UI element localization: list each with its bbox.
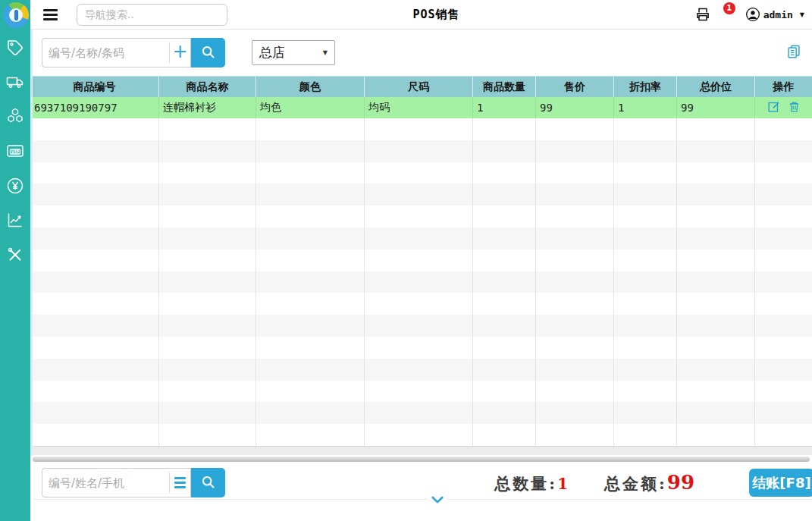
sidebar-item-delivery[interactable] xyxy=(6,73,24,91)
column-header[interactable]: 折扣率 xyxy=(614,77,677,97)
sidebar: VIP xyxy=(0,0,30,521)
column-header[interactable]: 总价位 xyxy=(677,77,755,97)
edit-icon[interactable] xyxy=(767,100,780,115)
sidebar-item-finance[interactable] xyxy=(6,177,24,195)
nav-search-input[interactable] xyxy=(77,4,227,26)
notification-badge: 1 xyxy=(723,2,735,14)
print-icon[interactable] xyxy=(695,7,710,22)
total-qty-label: 总数量: xyxy=(494,473,557,494)
totals-summary: 总数量: 1 总金额: 99 xyxy=(494,471,694,494)
column-header[interactable]: 商品编号 xyxy=(30,77,159,97)
line-chart-icon xyxy=(6,211,24,229)
empty-table-row xyxy=(30,293,812,315)
yen-coin-icon xyxy=(6,177,24,195)
username-label[interactable]: admin xyxy=(763,9,793,20)
checkout-footer: 总数量: 1 总金额: 99 结账[F8] xyxy=(30,462,812,520)
empty-table-row xyxy=(30,250,812,271)
empty-table-body xyxy=(30,118,812,446)
empty-table-row xyxy=(30,424,812,446)
cell-size: 均码 xyxy=(365,97,473,118)
copy-documents-icon[interactable] xyxy=(785,43,802,63)
empty-table-row xyxy=(30,381,812,403)
app-logo[interactable] xyxy=(3,2,29,28)
delete-icon[interactable] xyxy=(788,100,801,115)
truck-icon xyxy=(6,73,24,91)
product-toolbar: + 总店 ▼ xyxy=(30,30,812,76)
panel-divider-handle[interactable] xyxy=(33,457,810,462)
collapse-chevron-icon[interactable] xyxy=(428,493,447,507)
total-amount-label: 总金额: xyxy=(604,473,667,494)
empty-table-row xyxy=(30,271,812,293)
price-tag-icon xyxy=(6,39,24,57)
column-header[interactable]: 商品数量 xyxy=(473,77,536,97)
cell-color: 均色 xyxy=(256,97,365,118)
empty-table-row xyxy=(30,140,812,162)
member-search-box xyxy=(42,468,191,497)
store-select[interactable]: 总店 ▼ xyxy=(252,40,335,65)
column-header[interactable]: 售价 xyxy=(536,77,614,97)
cell-product-code: 6937109190797 xyxy=(30,97,159,118)
left-accent-strip xyxy=(30,30,33,456)
sidebar-item-vip[interactable]: VIP xyxy=(6,142,24,160)
search-icon xyxy=(200,474,216,492)
main-content: + 总店 ▼ 商品编号 商品名称 颜色 尺码 商品数量 售价 折扣率 总价位 操… xyxy=(30,30,812,520)
cell-actions xyxy=(755,97,812,118)
cell-quantity: 1 xyxy=(473,97,536,118)
cell-discount: 1 xyxy=(614,97,677,118)
tools-icon xyxy=(6,246,24,264)
store-select-caret-icon: ▼ xyxy=(323,49,328,56)
cell-product-name: 连帽棉衬衫 xyxy=(159,97,256,118)
member-list-icon[interactable] xyxy=(169,472,190,493)
member-search-input[interactable] xyxy=(42,476,169,490)
sidebar-item-reports[interactable] xyxy=(6,211,24,229)
empty-table-row xyxy=(30,228,812,250)
menu-toggle-icon[interactable] xyxy=(43,9,58,20)
empty-table-row xyxy=(30,337,812,359)
empty-table-row xyxy=(30,118,812,140)
horizontal-scrollbar[interactable] xyxy=(30,446,812,455)
avatar-icon[interactable] xyxy=(745,7,760,22)
store-select-value: 总店 xyxy=(259,44,285,61)
empty-table-row xyxy=(30,184,812,206)
empty-table-row xyxy=(30,359,812,381)
product-search-input[interactable] xyxy=(42,46,169,60)
column-header[interactable]: 操作 xyxy=(755,77,812,97)
product-search-button[interactable] xyxy=(191,38,225,67)
empty-table-row xyxy=(30,206,812,228)
topbar-actions: 1 admin ▼ xyxy=(695,7,804,22)
total-qty-value: 1 xyxy=(557,475,568,493)
empty-table-row xyxy=(30,402,812,424)
empty-table-row xyxy=(30,315,812,337)
search-icon xyxy=(200,44,216,62)
column-header[interactable]: 尺码 xyxy=(365,77,473,97)
total-amount-value: 99 xyxy=(667,471,694,494)
cell-price: 99 xyxy=(536,97,614,118)
column-header[interactable]: 商品名称 xyxy=(159,77,256,97)
collapse-divider xyxy=(34,499,812,500)
sidebar-item-inventory[interactable] xyxy=(6,107,24,125)
column-header[interactable]: 颜色 xyxy=(256,77,365,97)
top-bar: POS销售 1 admin ▼ xyxy=(30,0,812,30)
cart-item-row[interactable]: 6937109190797 连帽棉衬衫 均色 均码 1 99 1 99 xyxy=(30,97,812,118)
member-search-button[interactable] xyxy=(191,468,225,497)
vip-card-icon: VIP xyxy=(6,142,24,160)
add-product-button[interactable]: + xyxy=(169,42,190,63)
checkout-button[interactable]: 结账[F8] xyxy=(749,469,812,497)
cubes-icon xyxy=(6,107,24,125)
sidebar-item-settings[interactable] xyxy=(6,246,24,264)
page-title: POS销售 xyxy=(412,8,459,22)
svg-text:VIP: VIP xyxy=(11,149,19,154)
empty-table-row xyxy=(30,162,812,184)
table-header-row: 商品编号 商品名称 颜色 尺码 商品数量 售价 折扣率 总价位 操作 xyxy=(30,76,812,97)
app-logo-bar xyxy=(14,10,18,20)
user-menu-caret-icon[interactable]: ▼ xyxy=(800,11,804,18)
cell-total: 99 xyxy=(677,97,755,118)
sidebar-item-goods[interactable] xyxy=(6,39,24,57)
product-search-box: + xyxy=(42,38,191,67)
